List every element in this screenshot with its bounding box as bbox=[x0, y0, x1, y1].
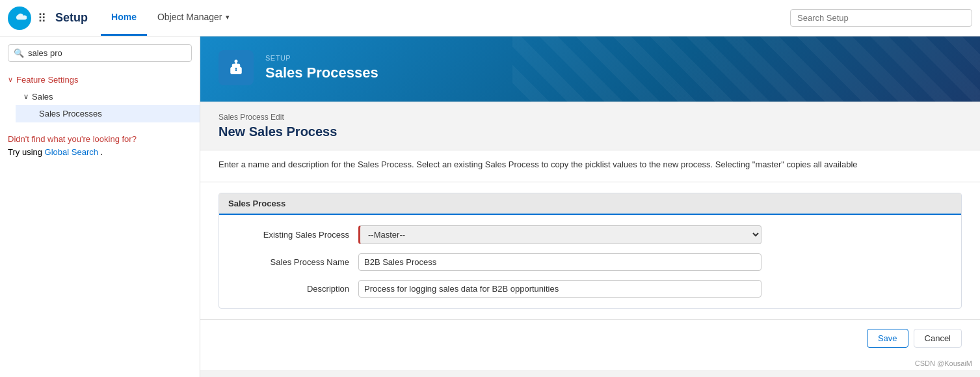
page-header-text: SETUP Sales Processes bbox=[265, 54, 378, 81]
salesforce-logo bbox=[8, 7, 31, 30]
form-area: Sales Process Edit New Sales Process Ent… bbox=[200, 102, 980, 370]
search-icon: 🔍 bbox=[14, 48, 24, 58]
not-found-line1: Didn't find what you're looking for? bbox=[8, 134, 137, 144]
label-process-name: Sales Process Name bbox=[228, 257, 358, 267]
nav-tabs: Home Object Manager ▾ bbox=[101, 0, 240, 36]
top-nav: ⠿ Setup Home Object Manager ▾ bbox=[0, 0, 980, 36]
page-header-icon bbox=[219, 50, 254, 85]
chevron-down-icon: ▾ bbox=[226, 13, 230, 21]
form-card: Sales Process Existing Sales Process --M… bbox=[219, 193, 962, 309]
form-card-header: Sales Process bbox=[219, 193, 961, 215]
watermark: CSDN @KousaiM bbox=[200, 357, 980, 370]
sidebar-item-sales-processes[interactable]: Sales Processes bbox=[16, 105, 200, 122]
nav-tab-object-manager[interactable]: Object Manager ▾ bbox=[147, 0, 240, 36]
not-found-line2-suffix: . bbox=[101, 147, 103, 157]
page-header-title: Sales Processes bbox=[265, 64, 378, 81]
feature-settings-label: Feature Settings bbox=[16, 75, 78, 85]
not-found-line2-prefix: Try using bbox=[8, 147, 45, 157]
edit-label: Sales Process Edit bbox=[219, 113, 962, 122]
sidebar-sales-title[interactable]: ∨ Sales bbox=[16, 89, 200, 105]
content-area: SETUP Sales Processes Sales Process Edit… bbox=[200, 36, 980, 377]
sidebar: 🔍 ∨ Feature Settings ∨ Sales Sales Proce… bbox=[0, 36, 200, 377]
label-description: Description bbox=[228, 284, 358, 294]
nav-tab-home[interactable]: Home bbox=[101, 0, 147, 36]
main-layout: 🔍 ∨ Feature Settings ∨ Sales Sales Proce… bbox=[0, 36, 980, 377]
caret-down-icon-sales: ∨ bbox=[23, 92, 29, 101]
form-row-process-name: Sales Process Name bbox=[228, 253, 952, 271]
existing-process-select[interactable]: --Master-- Other Process bbox=[358, 225, 761, 244]
form-buttons: Save Cancel bbox=[200, 319, 980, 357]
description-input[interactable] bbox=[358, 280, 761, 298]
process-name-input[interactable] bbox=[358, 253, 761, 271]
form-row-existing-process: Existing Sales Process --Master-- Other … bbox=[228, 225, 952, 244]
caret-down-icon: ∨ bbox=[8, 76, 13, 84]
page-header: SETUP Sales Processes bbox=[200, 36, 980, 102]
page-header-subtitle: SETUP bbox=[265, 54, 378, 62]
cancel-button[interactable]: Cancel bbox=[914, 329, 962, 348]
field-description bbox=[358, 280, 761, 298]
global-search-link[interactable]: Global Search bbox=[45, 147, 98, 157]
sidebar-feature-settings-title[interactable]: ∨ Feature Settings bbox=[0, 71, 200, 89]
sidebar-not-found: Didn't find what you're looking for? Try… bbox=[0, 122, 200, 169]
edit-title: New Sales Process bbox=[219, 124, 962, 139]
label-existing-process: Existing Sales Process bbox=[228, 230, 358, 240]
form-row-description: Description bbox=[228, 280, 952, 298]
grid-icon[interactable]: ⠿ bbox=[38, 11, 46, 25]
app-title: Setup bbox=[55, 11, 88, 25]
sales-label: Sales bbox=[32, 92, 53, 102]
form-section-header: Sales Process Edit New Sales Process bbox=[200, 102, 980, 150]
sidebar-search-container: 🔍 bbox=[8, 44, 192, 62]
sidebar-feature-settings: ∨ Feature Settings ∨ Sales Sales Process… bbox=[0, 71, 200, 122]
form-card-body: Existing Sales Process --Master-- Other … bbox=[219, 215, 961, 308]
sidebar-sales-subsection: ∨ Sales Sales Processes bbox=[0, 89, 200, 122]
field-process-name bbox=[358, 253, 761, 271]
field-existing-process: --Master-- Other Process bbox=[358, 225, 761, 244]
sidebar-search-input[interactable] bbox=[28, 48, 186, 58]
save-button[interactable]: Save bbox=[867, 329, 908, 348]
global-search-input[interactable] bbox=[790, 9, 972, 27]
edit-description: Enter a name and description for the Sal… bbox=[200, 150, 980, 182]
